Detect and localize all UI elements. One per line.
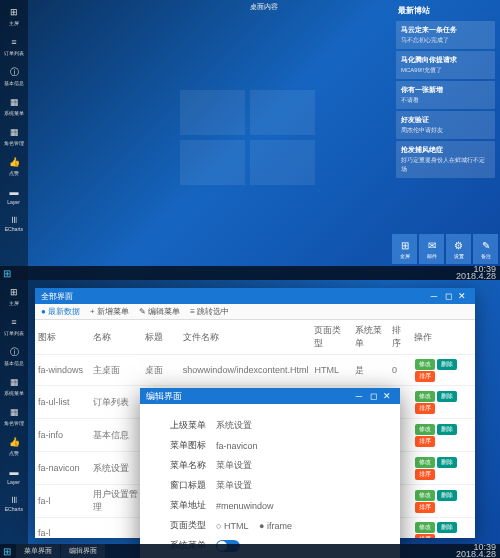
sidebar-item-6[interactable]: ▬Layer — [0, 182, 28, 209]
delete-badge[interactable]: 删除 — [437, 457, 457, 468]
sidebar-item-7[interactable]: ⫼ECharts — [0, 489, 28, 516]
sidebar-item-1[interactable]: ≡订单列表 — [0, 32, 28, 62]
sidebar-icon: 👍 — [8, 156, 20, 168]
sidebar-label: 系统菜单 — [4, 390, 24, 398]
modal-titlebar[interactable]: 编辑界面 ─ ◻ ✕ — [140, 388, 400, 404]
window-tab[interactable]: ● 最新数据 — [41, 306, 80, 317]
edit-badge[interactable]: 修改 — [415, 457, 435, 468]
radio-iframe[interactable]: ● iframe — [259, 521, 292, 531]
sidebar-label: 角色管理 — [4, 420, 24, 428]
sidebar-icon: ≡ — [8, 36, 20, 48]
window-title: 全部界面 — [41, 291, 427, 302]
column-header: 操作 — [411, 320, 475, 355]
radio-html[interactable]: ○ HTML — [216, 521, 248, 531]
sidebar-label: 主屏 — [9, 20, 19, 28]
sidebar-icon: ▦ — [8, 96, 20, 108]
edit-modal: 编辑界面 ─ ◻ ✕ 上级菜单系统设置 菜单图标fa-navicon 菜单名称菜… — [140, 388, 400, 558]
sidebar-label: 主屏 — [9, 300, 19, 308]
window-tab[interactable]: ✎ 编辑菜单 — [139, 306, 180, 317]
sidebar-item-7[interactable]: ⫼ECharts — [0, 209, 28, 236]
delete-badge[interactable]: 删除 — [437, 424, 457, 435]
sidebar-item-3[interactable]: ▦系统菜单 — [0, 372, 28, 402]
sidebar-item-4[interactable]: ▦角色管理 — [0, 122, 28, 152]
value-pagetitle: 菜单设置 — [216, 479, 252, 492]
column-header: 页面类型 — [311, 320, 351, 355]
sidebar-icon: ⊞ — [8, 286, 20, 298]
sidebar-item-0[interactable]: ⊞主屏 — [0, 2, 28, 32]
column-header: 标题 — [142, 320, 179, 355]
sort-badge[interactable]: 排序 — [415, 469, 435, 480]
sort-badge[interactable]: 排序 — [415, 371, 435, 382]
close-icon[interactable]: ✕ — [380, 391, 394, 401]
sidebar-label: ECharts — [5, 226, 23, 231]
start-button[interactable]: ⊞ — [0, 544, 14, 558]
delete-badge[interactable]: 删除 — [437, 359, 457, 370]
sidebar-item-3[interactable]: ▦系统菜单 — [0, 92, 28, 122]
minimize-icon[interactable]: ─ — [352, 391, 366, 401]
action-tile[interactable]: ⊞全屏 — [392, 234, 417, 264]
sidebar-item-2[interactable]: ⓘ基本信息 — [0, 342, 28, 372]
sidebar-icon: ⓘ — [8, 346, 20, 358]
label-name: 菜单名称 — [156, 459, 206, 472]
column-header: 文件名称 — [180, 320, 312, 355]
sidebar-item-6[interactable]: ▬Layer — [0, 462, 28, 489]
clock: 10:39 2018.4.28 — [452, 544, 500, 558]
sidebar-item-1[interactable]: ≡订单列表 — [0, 312, 28, 342]
edit-badge[interactable]: 修改 — [415, 359, 435, 370]
delete-badge[interactable]: 删除 — [437, 490, 457, 501]
notification-card[interactable]: 好友验证周杰伦申请好友 — [396, 111, 495, 139]
sidebar-icon: ▬ — [8, 466, 20, 478]
window-tabs: ● 最新数据+ 新增菜单✎ 编辑菜单≡ 跳转选中 — [35, 304, 475, 320]
label-type: 页面类型 — [156, 519, 206, 532]
action-tile[interactable]: ⚙设置 — [446, 234, 471, 264]
value-parent: 系统设置 — [216, 419, 252, 432]
sort-badge[interactable]: 排序 — [415, 436, 435, 447]
maximize-icon[interactable]: ◻ — [441, 291, 455, 301]
sort-badge[interactable]: 排序 — [415, 534, 435, 538]
sidebar-item-5[interactable]: 👍点赞 — [0, 432, 28, 462]
edit-badge[interactable]: 修改 — [415, 391, 435, 402]
column-header: 系统菜单 — [352, 320, 389, 355]
delete-badge[interactable]: 删除 — [437, 391, 457, 402]
edit-badge[interactable]: 修改 — [415, 424, 435, 435]
label-path: 菜单地址 — [156, 499, 206, 512]
minimize-icon[interactable]: ─ — [427, 291, 441, 301]
label-pagetitle: 窗口标题 — [156, 479, 206, 492]
sidebar-item-0[interactable]: ⊞主屏 — [0, 282, 28, 312]
window-titlebar[interactable]: 全部界面 ─ ◻ ✕ — [35, 288, 475, 304]
label-icon: 菜单图标 — [156, 439, 206, 452]
sidebar-icon: ⊞ — [8, 6, 20, 18]
edit-badge[interactable]: 修改 — [415, 522, 435, 533]
delete-badge[interactable]: 删除 — [437, 522, 457, 533]
table-row: fa-windows主桌面桌面showwindow/indexcontent.H… — [35, 355, 475, 386]
action-tile[interactable]: ✉邮件 — [419, 234, 444, 264]
start-button[interactable]: ⊞ — [0, 266, 14, 280]
window-tab[interactable]: + 新增菜单 — [90, 306, 129, 317]
column-header: 图标 — [35, 320, 90, 355]
notification-card[interactable]: 抢发捕风绝症好巧定重要身份人在鲜城行不定场 — [396, 141, 495, 178]
notification-card[interactable]: 马化腾向你提请求MCA99!!充值了 — [396, 51, 495, 79]
sidebar-label: ECharts — [5, 506, 23, 511]
notification-card[interactable]: 你有一张新增不请看 — [396, 81, 495, 109]
maximize-icon[interactable]: ◻ — [366, 391, 380, 401]
sidebar-label: Layer — [8, 479, 21, 484]
taskbar-task[interactable]: 菜单界面 — [16, 544, 60, 558]
sidebar: ⊞主屏≡订单列表ⓘ基本信息▦系统菜单▦角色管理👍点赞▬Layer⫼ECharts — [0, 280, 28, 558]
notification-card[interactable]: 马云定来一条任务马不忘初心完成了 — [396, 21, 495, 49]
sort-badge[interactable]: 排序 — [415, 403, 435, 414]
sort-badge[interactable]: 排序 — [415, 502, 435, 513]
action-tile[interactable]: ✎备注 — [473, 234, 498, 264]
sidebar-icon: ⫼ — [8, 213, 20, 225]
close-icon[interactable]: ✕ — [455, 291, 469, 301]
sidebar-item-2[interactable]: ⓘ基本信息 — [0, 62, 28, 92]
sidebar-item-4[interactable]: ▦角色管理 — [0, 402, 28, 432]
sidebar-item-5[interactable]: 👍点赞 — [0, 152, 28, 182]
notification-panel: 最新博站 马云定来一条任务马不忘初心完成了马化腾向你提请求MCA99!!充值了你… — [393, 2, 498, 180]
window-tab[interactable]: ≡ 跳转选中 — [190, 306, 229, 317]
sidebar-icon: ⓘ — [8, 66, 20, 78]
sidebar-label: 角色管理 — [4, 140, 24, 148]
edit-badge[interactable]: 修改 — [415, 490, 435, 501]
taskbar-task[interactable]: 编辑界面 — [61, 544, 105, 558]
notif-heading: 最新博站 — [393, 2, 498, 19]
sidebar-label: 点赞 — [9, 450, 19, 458]
